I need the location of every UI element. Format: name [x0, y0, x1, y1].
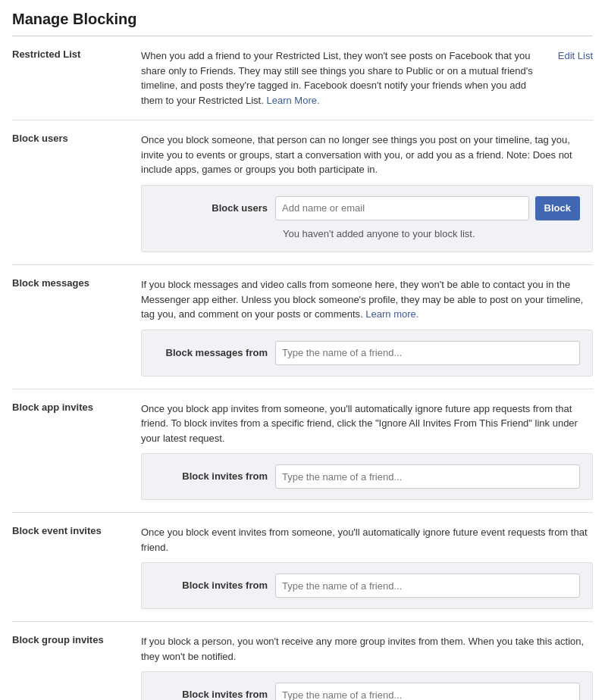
block-messages-description: If you block messages and video calls fr… [141, 277, 593, 322]
block-event-invites-input-label: Block invites from [154, 578, 275, 593]
section-block-app-invites: Block app invites Once you block app inv… [12, 389, 593, 514]
edit-list-link[interactable]: Edit List [558, 48, 593, 64]
section-label-block-messages: Block messages [12, 277, 141, 377]
section-label-restricted-list: Restricted List [12, 48, 141, 108]
section-content-block-event-invites: Once you block event invites from someon… [141, 525, 593, 609]
block-app-invites-input-row: Block invites from [154, 464, 580, 489]
section-label-block-users: Block users [12, 133, 141, 252]
block-event-invites-description: Once you block event invites from someon… [141, 525, 593, 555]
page-container: Manage Blocking Restricted List When you… [0, 0, 605, 700]
block-group-invites-input[interactable] [275, 683, 580, 700]
section-block-event-invites: Block event invites Once you block event… [12, 513, 593, 622]
section-label-block-group-invites: Block group invites [12, 634, 141, 700]
block-users-input-section: Block users Block You haven't added anyo… [141, 185, 593, 253]
section-content-block-app-invites: Once you block app invites from someone,… [141, 402, 593, 501]
section-label-block-event-invites: Block event invites [12, 525, 141, 609]
block-group-invites-input-label: Block invites from [154, 687, 275, 700]
block-users-input-row: Block users Block [154, 196, 580, 220]
block-messages-input-section: Block messages from [141, 330, 593, 377]
block-messages-learn-more[interactable]: Learn more. [365, 308, 418, 320]
block-users-input[interactable] [275, 196, 529, 220]
block-app-invites-input-label: Block invites from [154, 469, 275, 484]
block-app-invites-input-section: Block invites from [141, 453, 593, 500]
restricted-list-description: When you add a friend to your Restricted… [141, 48, 550, 108]
block-event-invites-input-section: Block invites from [141, 562, 593, 609]
block-users-description: Once you block someone, that person can … [141, 133, 593, 177]
restricted-list-learn-more[interactable]: Learn More. [266, 95, 319, 106]
block-users-input-label: Block users [154, 201, 275, 216]
block-messages-input[interactable] [275, 341, 580, 365]
block-group-invites-input-row: Block invites from [154, 683, 580, 700]
section-content-block-group-invites: If you block a person, you won't receive… [141, 634, 593, 700]
block-group-invites-input-section: Block invites from [141, 671, 593, 700]
block-event-invites-input-row: Block invites from [154, 573, 580, 598]
section-label-block-app-invites: Block app invites [12, 402, 141, 501]
restricted-list-header: When you add a friend to your Restricted… [141, 48, 593, 108]
section-restricted-list: Restricted List When you add a friend to… [12, 36, 593, 120]
block-messages-input-label: Block messages from [154, 345, 275, 361]
block-event-invites-input[interactable] [275, 573, 580, 598]
block-users-empty-text: You haven't added anyone to your block l… [283, 227, 580, 242]
section-block-group-invites: Block group invites If you block a perso… [12, 622, 593, 700]
block-group-invites-description: If you block a person, you won't receive… [141, 634, 593, 664]
section-block-users: Block users Once you block someone, that… [12, 120, 593, 265]
block-app-invites-input[interactable] [275, 464, 580, 489]
block-users-button[interactable]: Block [535, 196, 580, 220]
section-content-block-users: Once you block someone, that person can … [141, 133, 593, 252]
section-content-block-messages: If you block messages and video calls fr… [141, 277, 593, 377]
block-app-invites-description: Once you block app invites from someone,… [141, 402, 593, 446]
page-title: Manage Blocking [12, 11, 593, 36]
block-messages-input-row: Block messages from [154, 341, 580, 365]
section-block-messages: Block messages If you block messages and… [12, 265, 593, 389]
section-content-restricted-list: When you add a friend to your Restricted… [141, 48, 593, 108]
